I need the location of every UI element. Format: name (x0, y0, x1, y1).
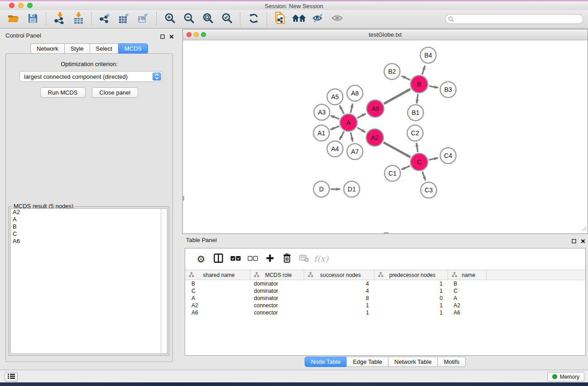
network-window-titlebar[interactable]: testGlobe.txt (183, 29, 588, 40)
tab-mcds[interactable]: MCDS (118, 43, 148, 54)
deselect-all-columns-button[interactable] (244, 251, 261, 267)
tab-style[interactable]: Style (64, 43, 90, 54)
graph-edge-B-B1[interactable] (417, 94, 418, 104)
import-network-button[interactable] (51, 11, 67, 27)
table-cell[interactable]: 4 (304, 281, 374, 287)
table-cell[interactable]: dominator (250, 295, 304, 301)
graph-edge-A-A6[interactable] (357, 114, 366, 118)
import-table-button[interactable] (70, 11, 86, 27)
export-image-button[interactable] (135, 11, 151, 27)
table-cell[interactable]: 1 (374, 302, 448, 309)
graph-node-B2[interactable]: B2 (384, 64, 400, 80)
table-row[interactable]: A2connector11A2 (185, 302, 585, 309)
graph-node-B4[interactable]: B4 (421, 48, 436, 63)
table-cell[interactable]: A6 (185, 310, 250, 316)
open-file-button[interactable] (5, 11, 22, 27)
graph-node-A7[interactable]: A7 (347, 144, 363, 160)
graph-node-A6[interactable]: A6 (367, 100, 384, 117)
graph-node-C[interactable]: C (411, 153, 428, 171)
first-neighbors-button[interactable] (291, 11, 307, 27)
mcds-result-list[interactable]: A2ABCA6 (10, 208, 167, 354)
table-row[interactable]: Adominator80A (185, 295, 585, 302)
table-cell[interactable]: A (185, 295, 250, 301)
column-header-predecessor-nodes[interactable]: predecessor nodes (374, 270, 448, 280)
main-titlebar[interactable]: Session: New Session (0, 1, 588, 10)
tab-node-table[interactable]: Node Table (305, 357, 347, 367)
show-all-button[interactable] (329, 11, 345, 27)
graph-node-D1[interactable]: D1 (344, 181, 360, 197)
column-header-name[interactable]: name (448, 270, 487, 280)
delete-table-button[interactable] (296, 251, 313, 267)
table-cell[interactable]: 8 (304, 295, 374, 301)
table-cell[interactable]: 0 (374, 295, 448, 301)
graph-node-A[interactable]: A (340, 114, 357, 131)
zoom-out-button[interactable] (181, 11, 197, 27)
network-canvas[interactable]: B4B2BB3A5A8A6A3B1AA1C2A2A4A7C4CC1DD1C3 (183, 40, 588, 234)
table-cell[interactable]: 4 (304, 288, 374, 294)
graph-node-B1[interactable]: B1 (408, 105, 424, 121)
graph-node-B[interactable]: B (411, 76, 428, 93)
float-table-panel-icon[interactable] (572, 237, 576, 245)
graph-node-A5[interactable]: A5 (327, 89, 343, 105)
tab-motifs[interactable]: Motifs (437, 357, 466, 367)
column-header-shared-name[interactable]: shared name (185, 270, 250, 280)
search-input[interactable] (445, 14, 583, 24)
tab-network-table[interactable]: Network Table (388, 357, 438, 367)
graph-edge-A2-C[interactable] (383, 143, 410, 157)
table-row[interactable]: A6connector11A6 (185, 309, 585, 316)
network-from-selection-button[interactable] (272, 11, 288, 27)
graph-node-A2[interactable]: A2 (366, 129, 383, 146)
graph-edge-A-A7[interactable] (351, 132, 353, 142)
table-cell[interactable]: 1 (374, 281, 448, 287)
vertical-scroll-stub[interactable] (183, 196, 184, 200)
table-cell[interactable]: A (448, 295, 487, 301)
hide-selected-button[interactable] (310, 11, 326, 27)
graph-node-C4[interactable]: C4 (440, 148, 456, 164)
column-header-mcds-role[interactable]: MCDS role (250, 270, 304, 280)
table-cell[interactable]: connector (250, 302, 304, 309)
graph-edge-A-A5[interactable] (339, 105, 344, 114)
tab-edge-table[interactable]: Edge Table (346, 357, 388, 367)
table-cell[interactable]: A2 (185, 302, 250, 309)
close-panel-icon[interactable] (169, 33, 174, 41)
export-network-button[interactable] (97, 11, 113, 27)
table-cell[interactable]: 1 (304, 310, 374, 316)
zoom-selected-button[interactable] (219, 11, 235, 27)
tab-network[interactable]: Network (30, 43, 65, 54)
table-cell[interactable]: 1 (304, 302, 374, 309)
task-history-button[interactable] (5, 372, 18, 381)
graph-node-A3[interactable]: A3 (314, 105, 330, 120)
table-cell[interactable]: connector (250, 310, 304, 316)
table-cell[interactable]: dominator (250, 281, 304, 287)
graph-node-A1[interactable]: A1 (314, 125, 330, 141)
graph-edge-B-B3[interactable] (429, 86, 439, 88)
close-table-panel-icon[interactable] (581, 237, 585, 245)
graph-edge-A-A3[interactable] (330, 115, 339, 119)
table-cell[interactable]: A2 (448, 302, 487, 309)
table-cell[interactable]: C (185, 288, 250, 294)
mcds-result-item[interactable]: A6 (11, 238, 167, 245)
table-cell[interactable]: C (448, 288, 487, 294)
table-cell[interactable]: B (185, 281, 250, 287)
table-cell[interactable]: B (448, 281, 487, 287)
float-panel-icon[interactable] (160, 33, 165, 41)
delete-column-button[interactable] (278, 251, 296, 267)
network-graph[interactable]: B4B2BB3A5A8A6A3B1AA1C2A2A4A7C4CC1DD1C3 (183, 40, 588, 234)
graph-node-A4[interactable]: A4 (327, 141, 343, 157)
run-mcds-button[interactable]: Run MCDS (40, 87, 86, 98)
graph-node-B3[interactable]: B3 (440, 82, 456, 98)
mcds-result-item[interactable]: C (11, 230, 167, 238)
graph-node-C2[interactable]: C2 (407, 125, 423, 141)
graph-edge-C-C1[interactable] (401, 166, 410, 170)
show-columns-button[interactable] (210, 251, 227, 267)
refresh-view-button[interactable] (245, 11, 262, 27)
graph-edge-C-C2[interactable] (416, 143, 418, 152)
mcds-result-item[interactable]: A (11, 216, 167, 223)
mcds-result-item[interactable]: A2 (11, 209, 167, 216)
resize-grip-icon[interactable] (581, 225, 587, 233)
table-cell[interactable]: 1 (374, 288, 448, 294)
select-all-columns-button[interactable] (227, 251, 244, 267)
graph-node-C1[interactable]: C1 (385, 166, 401, 181)
export-table-button[interactable] (116, 11, 132, 27)
graph-node-C3[interactable]: C3 (421, 182, 437, 198)
